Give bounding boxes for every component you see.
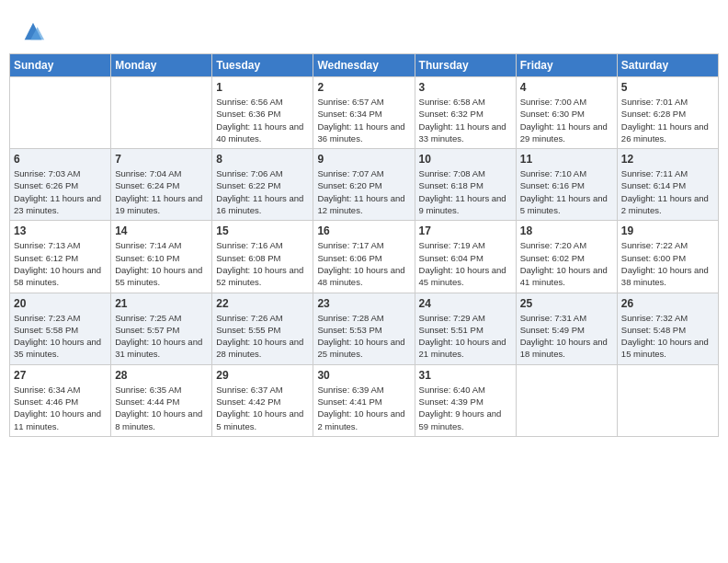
day-number: 14 (115, 224, 208, 237)
day-number: 4 (520, 81, 613, 94)
day-info: Sunrise: 6:56 AM Sunset: 6:36 PM Dayligh… (216, 96, 309, 144)
day-number: 24 (419, 297, 512, 310)
day-number: 3 (419, 81, 512, 94)
day-info: Sunrise: 7:08 AM Sunset: 6:18 PM Dayligh… (419, 167, 512, 216)
day-number: 17 (419, 224, 512, 237)
calendar-cell (10, 77, 111, 149)
day-info: Sunrise: 6:35 AM Sunset: 4:44 PM Dayligh… (115, 384, 208, 432)
day-number: 8 (216, 153, 309, 166)
calendar-cell: 5Sunrise: 7:01 AM Sunset: 6:28 PM Daylig… (617, 77, 718, 149)
day-info: Sunrise: 7:23 AM Sunset: 5:58 PM Dayligh… (14, 312, 107, 361)
calendar-cell: 23Sunrise: 7:28 AM Sunset: 5:53 PM Dayli… (313, 293, 415, 364)
calendar-cell: 10Sunrise: 7:08 AM Sunset: 6:18 PM Dayli… (415, 149, 516, 221)
day-number: 5 (621, 81, 714, 94)
day-info: Sunrise: 7:19 AM Sunset: 6:04 PM Dayligh… (419, 239, 512, 288)
calendar-cell: 24Sunrise: 7:29 AM Sunset: 5:51 PM Dayli… (415, 293, 516, 364)
day-info: Sunrise: 7:06 AM Sunset: 6:22 PM Dayligh… (216, 167, 309, 216)
day-number: 25 (520, 297, 613, 310)
day-info: Sunrise: 6:37 AM Sunset: 4:42 PM Dayligh… (216, 384, 309, 432)
calendar-cell: 7Sunrise: 7:04 AM Sunset: 6:24 PM Daylig… (111, 149, 212, 221)
day-number: 1 (216, 81, 309, 94)
logo-icon (20, 18, 46, 44)
day-header-wednesday: Wednesday (313, 54, 415, 77)
calendar-cell (617, 364, 718, 436)
day-number: 16 (317, 224, 410, 237)
day-number: 23 (317, 297, 410, 310)
day-number: 22 (216, 297, 309, 310)
calendar-cell: 31Sunrise: 6:40 AM Sunset: 4:39 PM Dayli… (415, 364, 516, 436)
day-number: 18 (520, 224, 613, 237)
day-info: Sunrise: 7:04 AM Sunset: 6:24 PM Dayligh… (115, 167, 208, 216)
calendar-cell (111, 77, 212, 149)
day-info: Sunrise: 6:58 AM Sunset: 6:32 PM Dayligh… (419, 96, 512, 144)
day-info: Sunrise: 7:14 AM Sunset: 6:10 PM Dayligh… (115, 239, 208, 288)
calendar-cell: 29Sunrise: 6:37 AM Sunset: 4:42 PM Dayli… (212, 364, 313, 436)
day-info: Sunrise: 7:29 AM Sunset: 5:51 PM Dayligh… (419, 312, 512, 361)
day-number: 30 (317, 369, 410, 382)
day-number: 29 (216, 369, 309, 382)
calendar-cell: 28Sunrise: 6:35 AM Sunset: 4:44 PM Dayli… (111, 364, 212, 436)
day-number: 15 (216, 224, 309, 237)
day-number: 31 (419, 369, 512, 382)
logo (18, 18, 46, 44)
day-info: Sunrise: 6:57 AM Sunset: 6:34 PM Dayligh… (317, 96, 410, 144)
day-info: Sunrise: 7:13 AM Sunset: 6:12 PM Dayligh… (14, 239, 107, 288)
day-header-monday: Monday (111, 54, 212, 77)
day-info: Sunrise: 7:22 AM Sunset: 6:00 PM Dayligh… (621, 239, 714, 288)
calendar-cell: 16Sunrise: 7:17 AM Sunset: 6:06 PM Dayli… (313, 221, 415, 293)
day-info: Sunrise: 7:31 AM Sunset: 5:49 PM Dayligh… (520, 312, 613, 361)
day-info: Sunrise: 7:26 AM Sunset: 5:55 PM Dayligh… (216, 312, 309, 361)
calendar-cell: 8Sunrise: 7:06 AM Sunset: 6:22 PM Daylig… (212, 149, 313, 221)
day-info: Sunrise: 7:16 AM Sunset: 6:08 PM Dayligh… (216, 239, 309, 288)
day-number: 13 (14, 224, 107, 237)
day-info: Sunrise: 7:20 AM Sunset: 6:02 PM Dayligh… (520, 239, 613, 288)
calendar-cell: 12Sunrise: 7:11 AM Sunset: 6:14 PM Dayli… (617, 149, 718, 221)
day-info: Sunrise: 7:32 AM Sunset: 5:48 PM Dayligh… (621, 312, 714, 361)
day-info: Sunrise: 6:40 AM Sunset: 4:39 PM Dayligh… (419, 384, 512, 432)
day-info: Sunrise: 7:25 AM Sunset: 5:57 PM Dayligh… (115, 312, 208, 361)
calendar-table: SundayMondayTuesdayWednesdayThursdayFrid… (9, 53, 719, 437)
calendar-cell: 25Sunrise: 7:31 AM Sunset: 5:49 PM Dayli… (516, 293, 617, 364)
day-number: 27 (14, 369, 107, 382)
calendar-cell: 20Sunrise: 7:23 AM Sunset: 5:58 PM Dayli… (10, 293, 111, 364)
day-number: 21 (115, 297, 208, 310)
calendar-cell: 21Sunrise: 7:25 AM Sunset: 5:57 PM Dayli… (111, 293, 212, 364)
calendar-cell: 2Sunrise: 6:57 AM Sunset: 6:34 PM Daylig… (313, 77, 415, 149)
day-number: 10 (419, 153, 512, 166)
day-number: 19 (621, 224, 714, 237)
calendar-cell: 22Sunrise: 7:26 AM Sunset: 5:55 PM Dayli… (212, 293, 313, 364)
day-number: 2 (317, 81, 410, 94)
calendar-cell: 30Sunrise: 6:39 AM Sunset: 4:41 PM Dayli… (313, 364, 415, 436)
day-info: Sunrise: 7:07 AM Sunset: 6:20 PM Dayligh… (317, 167, 410, 216)
calendar-cell: 14Sunrise: 7:14 AM Sunset: 6:10 PM Dayli… (111, 221, 212, 293)
day-info: Sunrise: 7:00 AM Sunset: 6:30 PM Dayligh… (520, 96, 613, 144)
day-number: 26 (621, 297, 714, 310)
day-header-tuesday: Tuesday (212, 54, 313, 77)
day-info: Sunrise: 7:10 AM Sunset: 6:16 PM Dayligh… (520, 167, 613, 216)
calendar-cell: 1Sunrise: 6:56 AM Sunset: 6:36 PM Daylig… (212, 77, 313, 149)
day-info: Sunrise: 7:03 AM Sunset: 6:26 PM Dayligh… (14, 167, 107, 216)
day-info: Sunrise: 6:34 AM Sunset: 4:46 PM Dayligh… (14, 384, 107, 432)
day-info: Sunrise: 7:01 AM Sunset: 6:28 PM Dayligh… (621, 96, 714, 144)
day-number: 20 (14, 297, 107, 310)
day-info: Sunrise: 7:17 AM Sunset: 6:06 PM Dayligh… (317, 239, 410, 288)
day-header-thursday: Thursday (415, 54, 516, 77)
day-number: 9 (317, 153, 410, 166)
calendar-cell: 17Sunrise: 7:19 AM Sunset: 6:04 PM Dayli… (415, 221, 516, 293)
day-info: Sunrise: 7:28 AM Sunset: 5:53 PM Dayligh… (317, 312, 410, 361)
calendar-cell: 11Sunrise: 7:10 AM Sunset: 6:16 PM Dayli… (516, 149, 617, 221)
day-number: 6 (14, 153, 107, 166)
day-header-friday: Friday (516, 54, 617, 77)
day-number: 28 (115, 369, 208, 382)
calendar-cell: 15Sunrise: 7:16 AM Sunset: 6:08 PM Dayli… (212, 221, 313, 293)
day-info: Sunrise: 6:39 AM Sunset: 4:41 PM Dayligh… (317, 384, 410, 432)
calendar-cell: 19Sunrise: 7:22 AM Sunset: 6:00 PM Dayli… (617, 221, 718, 293)
page-header (9, 9, 719, 49)
day-number: 11 (520, 153, 613, 166)
calendar-cell: 27Sunrise: 6:34 AM Sunset: 4:46 PM Dayli… (10, 364, 111, 436)
calendar-cell: 3Sunrise: 6:58 AM Sunset: 6:32 PM Daylig… (415, 77, 516, 149)
calendar-cell: 9Sunrise: 7:07 AM Sunset: 6:20 PM Daylig… (313, 149, 415, 221)
calendar-cell (516, 364, 617, 436)
calendar-cell: 18Sunrise: 7:20 AM Sunset: 6:02 PM Dayli… (516, 221, 617, 293)
day-header-sunday: Sunday (10, 54, 111, 77)
